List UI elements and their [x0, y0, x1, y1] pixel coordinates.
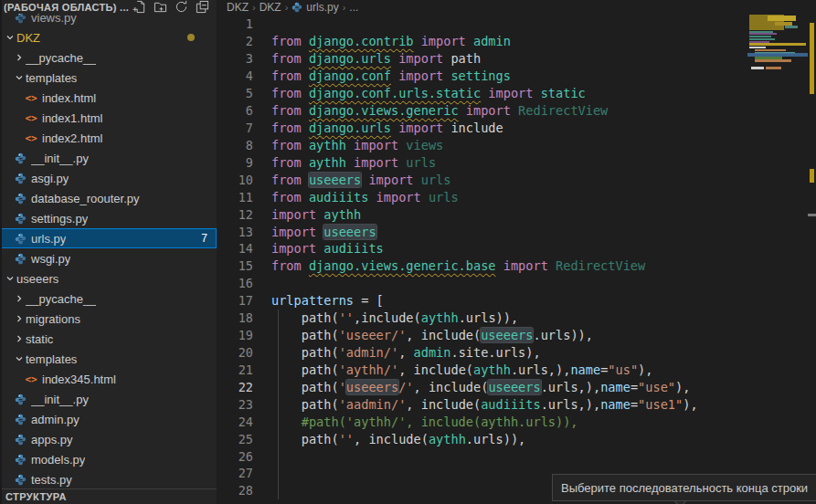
- html-file-icon: <>: [24, 111, 38, 124]
- breadcrumb-item[interactable]: ...: [349, 1, 358, 14]
- outline-section-header[interactable]: СТРУКТУРА: [0, 488, 217, 504]
- code-line-14[interactable]: 14import audiiits: [217, 240, 747, 257]
- tree-item-useeers[interactable]: useeers: [0, 268, 217, 289]
- line-number: 14: [217, 241, 253, 256]
- explorer-sidebar: (РАБОЧАЯ ОБЛАСТЬ) ... views.pyDKZ__pycac…: [0, 0, 217, 504]
- breadcrumb-item[interactable]: DKZ: [227, 1, 249, 14]
- code-line-9[interactable]: 9from aythh import urls: [217, 153, 747, 171]
- tree-item-asgi-py[interactable]: asgi.py: [0, 168, 217, 188]
- new-file-icon[interactable]: [132, 0, 146, 14]
- line-number: 2: [217, 34, 253, 48]
- minimap[interactable]: [747, 0, 808, 504]
- line-number: 15: [217, 258, 253, 273]
- indent-guide: [278, 413, 279, 430]
- code-line-11[interactable]: 11from audiiits import urls: [217, 188, 747, 205]
- code-line-15[interactable]: 15from django.views.generic.base import …: [217, 257, 747, 275]
- tree-item-label: __init__.py: [31, 152, 89, 165]
- code-line-12[interactable]: 12import aythh: [217, 205, 747, 223]
- code-text: from django.urls import include: [271, 121, 503, 135]
- tree-item-admin-py[interactable]: admin.py: [0, 409, 217, 429]
- code-line-3[interactable]: 3from django.urls import path: [217, 50, 747, 68]
- tree-item-label: index1.html: [42, 111, 102, 125]
- code-text: path('aythh/', include(aythh.urls,),name…: [271, 362, 652, 377]
- tree-item-label: apps.py: [31, 433, 73, 446]
- code-line-23[interactable]: 23 path('aadmin/', include(audiiits.urls…: [217, 395, 747, 413]
- tree-item-index1-html[interactable]: <>index1.html: [0, 108, 217, 128]
- code-line-16[interactable]: 16: [217, 275, 747, 292]
- code-line-1[interactable]: 1: [217, 16, 747, 33]
- code-line-4[interactable]: 4from django.conf import settings: [217, 68, 747, 85]
- breadcrumb-item[interactable]: DKZ: [260, 1, 281, 14]
- line-number: 24: [217, 415, 253, 429]
- code-text: from useeers import urls: [271, 173, 450, 187]
- tree-item-tests-py[interactable]: tests.py: [0, 469, 217, 489]
- tree-item-index2-html[interactable]: <>index2.html: [0, 128, 217, 148]
- tree-item-dkz[interactable]: DKZ: [0, 27, 217, 47]
- tree-item-settings-py[interactable]: settings.py: [0, 208, 217, 228]
- tree-item--pycache-[interactable]: __pycache__: [0, 289, 217, 309]
- tree-item-index-html[interactable]: <>index.html: [0, 88, 217, 108]
- code-text: urlpatterns = [: [271, 293, 384, 308]
- code-line-13[interactable]: 13import useeers: [217, 223, 747, 240]
- breadcrumb-item[interactable]: urls.py: [306, 1, 338, 14]
- tree-item-database-roouter-py[interactable]: database_roouter.py: [0, 188, 217, 208]
- code-line-22[interactable]: 22 path('useeers/', include(useeers.urls…: [217, 378, 747, 395]
- chevron-down-icon: [13, 71, 26, 84]
- code-line-7[interactable]: 7from django.urls import include: [217, 120, 747, 137]
- tree-item--pycache-[interactable]: __pycache__: [0, 47, 217, 68]
- tree-item-templates[interactable]: templates: [0, 349, 217, 369]
- code-text: from django.contrib import admin: [271, 34, 511, 48]
- code-text: from aythh import urls: [271, 155, 436, 170]
- python-file-icon: [13, 152, 27, 164]
- code-line-8[interactable]: 8from aythh import views: [217, 136, 747, 153]
- tree-item-migrations[interactable]: migrations: [0, 309, 217, 329]
- code-line-24[interactable]: 24 #path('aythh/', include(aythh.urls)),: [217, 413, 747, 430]
- overview-ruler[interactable]: [808, 0, 816, 504]
- code-line-5[interactable]: 5from django.conf.urls.static import sta…: [217, 85, 747, 102]
- code-editor[interactable]: 12from django.contrib import admin3from …: [217, 16, 747, 499]
- code-text: from django.urls import path: [271, 51, 481, 66]
- new-folder-icon[interactable]: [154, 0, 167, 14]
- line-number: 25: [217, 432, 253, 446]
- indent-guide: [278, 344, 279, 362]
- breadcrumb[interactable]: DKZ › DKZ › urls.py › ...: [217, 0, 816, 15]
- tree-item-apps-py[interactable]: apps.py: [0, 429, 217, 449]
- tree-item-urls-py[interactable]: urls.py7: [0, 228, 217, 248]
- code-line-10[interactable]: 10from useeers import urls: [217, 171, 747, 188]
- code-line-2[interactable]: 2from django.contrib import admin: [217, 33, 747, 50]
- tree-item--init-py[interactable]: __init__.py: [0, 389, 217, 409]
- chevron-right-icon: ›: [252, 2, 256, 13]
- code-text: path('aadmin/', include(audiiits.urls,),…: [271, 397, 698, 412]
- line-number: 12: [217, 207, 253, 222]
- problems-badge: 7: [201, 232, 207, 245]
- refresh-icon[interactable]: [175, 0, 188, 14]
- code-line-21[interactable]: 21 path('aythh/', include(aythh.urls,),n…: [217, 361, 747, 378]
- code-line-26[interactable]: 26: [217, 447, 747, 465]
- tree-item-label: migrations: [26, 312, 80, 326]
- tree-item-index345-html[interactable]: <>index345.html: [0, 369, 217, 389]
- python-file-icon: [13, 172, 27, 184]
- code-line-20[interactable]: 20 path('admin/', admin.site.urls),: [217, 344, 747, 362]
- code-text: #path('aythh/', include(aythh.urls)),: [271, 415, 578, 429]
- tree-item-label: __init__.py: [31, 393, 89, 406]
- indent-guide: [278, 430, 279, 447]
- tree-item-label: models.py: [31, 453, 85, 467]
- collapse-all-icon[interactable]: [196, 0, 209, 14]
- line-number: 7: [217, 121, 253, 135]
- line-number: 28: [217, 483, 253, 498]
- tree-item-wsgi-py[interactable]: wsgi.py: [0, 248, 217, 268]
- code-line-25[interactable]: 25 path('', include(aythh.urls)),: [217, 430, 747, 447]
- explorer-section-header[interactable]: (РАБОЧАЯ ОБЛАСТЬ) ...: [0, 0, 217, 14]
- tree-item--init-py[interactable]: __init__.py: [0, 148, 217, 168]
- code-line-18[interactable]: 18 path('',include(aythh.urls)),: [217, 310, 747, 327]
- indent-guide: [278, 310, 279, 327]
- code-line-17[interactable]: 17urlpatterns = [: [217, 292, 747, 310]
- tree-item-templates[interactable]: templates: [0, 68, 217, 88]
- code-line-19[interactable]: 19 path('useeer/', include(useeers.urls)…: [217, 327, 747, 344]
- code-line-6[interactable]: 6from django.views.generic import Redire…: [217, 102, 747, 120]
- tree-item-label: __pycache__: [26, 292, 96, 306]
- tree-item-static[interactable]: static: [0, 329, 217, 349]
- tree-item-label: index.html: [42, 91, 96, 105]
- tree-item-label: DKZ: [16, 31, 40, 45]
- tree-item-models-py[interactable]: models.py: [0, 449, 217, 469]
